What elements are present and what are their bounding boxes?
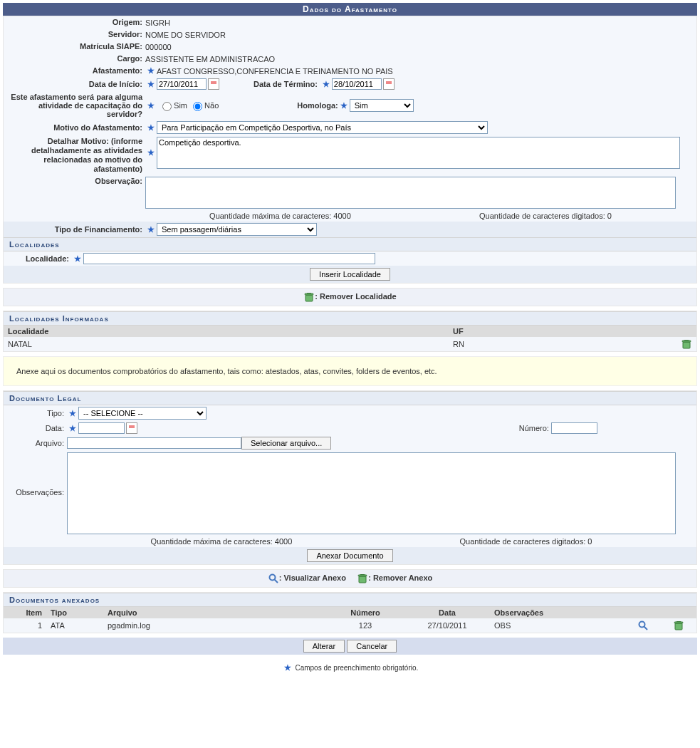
anexar-documento-button[interactable]: Anexar Documento [307,549,392,562]
maxchars-text: Quantidade máxima de caracteres: 4000 [209,212,351,220]
cargo-label: Cargo: [6,54,145,63]
capacitacao-sim-radio[interactable] [162,102,172,111]
magnifier-icon [268,573,279,584]
doc-data-input[interactable] [78,422,125,434]
required-star: ★ [340,101,348,110]
afastamento-label: Afastamento: [6,66,145,76]
calendar-icon[interactable] [126,422,137,434]
required-star: ★ [69,409,76,418]
matricula-value: 000000 [145,43,172,51]
sim-label: Sim [174,101,187,110]
localidades-heading: Localidades [4,237,696,251]
homologa-select[interactable]: Sim [350,99,414,112]
view-anexo-button[interactable] [637,620,649,631]
documento-legal-section: Documento Legal Tipo: ★ -- SELECIONE -- … [3,390,697,565]
inserir-localidade-button[interactable]: Inserir Localidade [310,268,390,281]
typedchars-text: Quantidade de caracteres digitados: 0 [479,212,612,220]
capacitacao-nao-radio[interactable] [193,102,202,111]
selecionar-arquivo-button[interactable]: Selecionar arquivo... [241,437,331,450]
numero-label: Número: [519,424,549,432]
documento-legal-heading: Documento Legal [4,391,696,405]
cargo-value: ASSISTENTE EM ADMINISTRACAO [145,55,275,63]
final-button-row: Alterar Cancelar [3,638,697,655]
documentos-anexados-heading: Documentos anexados [4,593,696,607]
servidor-label: Servidor: [6,30,145,39]
localidade-input[interactable] [83,253,375,264]
calendar-icon[interactable] [383,78,395,90]
localidades-informadas-section: Localidades Informadas LocalidadeUF NATA… [3,311,697,352]
dados-afastamento-section: Origem:SIGRH Servidor:NOME DO SERVIDOR M… [3,16,697,284]
observacao-label: Observação: [6,177,145,186]
doc-data-label: Data: [6,424,67,432]
required-star: ★ [74,254,81,264]
origem-label: Origem: [6,18,145,27]
arquivo-label: Arquivo: [6,439,67,447]
alterar-button[interactable]: Alterar [303,640,345,653]
cell-uf: RN [449,337,675,351]
cell-tipo: ATA [46,618,103,633]
required-star: ★ [147,101,155,110]
col-numero: Número [326,607,404,618]
cell-obs: OBS [490,618,625,633]
doc-obs-label: Observações: [6,452,67,497]
data-termino-label: Data de Término: [254,80,318,88]
detalhe-label: Detalhar Motivo: (informe detalhadamente… [6,137,145,174]
localidades-table: LocalidadeUF NATAL RN [4,326,696,351]
capacitacao-label: Este afastamento será para alguma ativid… [6,93,145,118]
legend-remover-localidade: : Remover Localidade [3,288,697,306]
legend-anexos: : Visualizar Anexo : Remover Anexo [3,569,697,588]
required-star: ★ [147,225,155,234]
main-title: Dados do Afastamento [3,3,697,16]
cell-arquivo: pgadmin.log [103,618,326,633]
localidade-label: Localidade: [6,254,72,264]
doc-typedchars-text: Quantidade de caracteres digitados: 0 [459,537,592,546]
localidades-informadas-heading: Localidades Informadas [4,311,696,326]
data-termino-input[interactable] [332,78,382,90]
trash-icon [357,573,368,584]
doc-obs-textarea[interactable] [67,452,676,534]
required-star: ★ [147,80,155,89]
delete-anexo-button[interactable] [673,620,684,631]
matricula-label: Matrícula SIAPE: [6,42,145,51]
col-localidade: Localidade [4,326,449,337]
col-obs: Observações [490,607,625,618]
table-row: NATAL RN [4,337,696,351]
required-star: ★ [284,663,291,672]
documentos-anexados-section: Documentos anexados Item Tipo Arquivo Nú… [3,592,697,633]
required-star: ★ [147,66,155,76]
cell-data: 27/10/2011 [404,618,490,633]
col-data: Data [404,607,490,618]
financiamento-label: Tipo de Financiamento: [6,225,145,234]
detalhe-textarea[interactable]: Competição desportiva. [157,137,680,169]
origem-value: SIGRH [145,19,170,27]
required-star: ★ [147,148,155,157]
arquivo-path-input[interactable] [67,437,241,449]
col-tipo: Tipo [46,607,103,618]
doc-maxchars-text: Quantidade máxima de caracteres: 4000 [151,537,293,546]
cell-numero: 123 [326,618,404,633]
col-arquivo: Arquivo [103,607,326,618]
col-item: Item [4,607,46,618]
homologa-label: Homologa: [297,101,338,110]
anexos-table: Item Tipo Arquivo Número Data Observaçõe… [4,607,696,633]
trash-icon [303,291,315,303]
nao-label: Não [204,101,219,110]
required-star: ★ [323,80,330,89]
numero-input[interactable] [551,422,597,434]
cell-localidade: NATAL [4,337,449,351]
delete-localidade-button[interactable] [681,338,692,350]
required-star: ★ [147,123,155,133]
tipo-label: Tipo: [6,409,67,417]
tipo-select[interactable]: -- SELECIONE -- [78,407,207,420]
motivo-label: Motivo do Afastamento: [6,123,145,133]
data-inicio-label: Data de Início: [6,80,145,89]
financiamento-select[interactable]: Sem passagem/diárias [157,223,317,236]
observacao-textarea[interactable] [145,177,676,209]
notice-box: Anexe aqui os documentos comprobatórios … [3,356,697,386]
motivo-select[interactable]: Para Participação em Competição Desporti… [157,121,488,134]
col-uf: UF [449,326,675,337]
data-inicio-input[interactable] [157,78,207,90]
required-star: ★ [69,424,76,433]
cancelar-button[interactable]: Cancelar [347,640,397,653]
calendar-icon[interactable] [208,78,219,90]
